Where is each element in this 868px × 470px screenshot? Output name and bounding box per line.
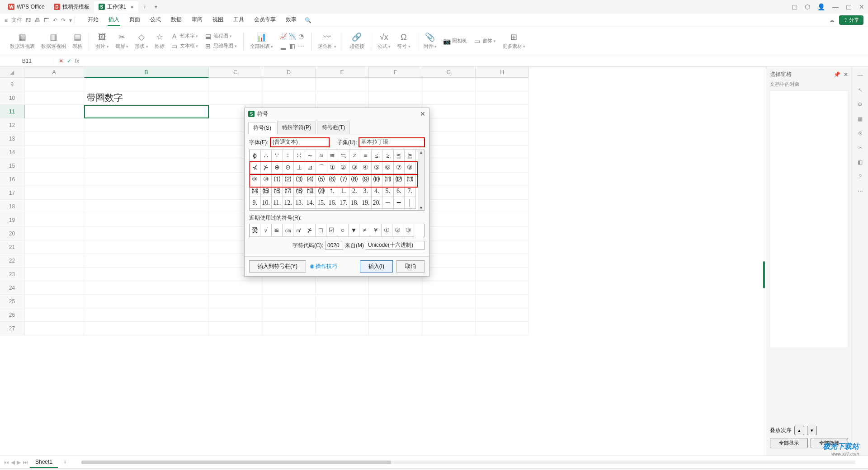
symbol-cell[interactable]: 1. xyxy=(338,185,349,197)
save-icon[interactable]: 🖫 xyxy=(26,17,31,24)
menu-tab-开始[interactable]: 开始 xyxy=(87,14,99,26)
sheet-prev-icon[interactable]: ◀ xyxy=(11,459,15,465)
row-header-27[interactable]: 27 xyxy=(0,322,24,335)
cell-A24[interactable] xyxy=(24,281,84,295)
cell-H11[interactable] xyxy=(476,105,529,118)
recent-symbol-cell[interactable]: ① xyxy=(382,224,392,237)
cell-A16[interactable] xyxy=(24,173,84,186)
redo-icon[interactable]: ↷ xyxy=(61,17,66,24)
equation-button[interactable]: √x公式 xyxy=(376,31,393,51)
cell-C26[interactable] xyxy=(209,308,262,322)
char-code-input[interactable] xyxy=(325,241,343,250)
symbol-cell[interactable]: 20. xyxy=(372,197,383,209)
tool-icon-3[interactable]: ⊗ xyxy=(858,130,863,136)
col-header-C[interactable]: C xyxy=(209,67,262,78)
cell-C10[interactable] xyxy=(209,91,262,105)
cell-H14[interactable] xyxy=(476,146,529,159)
symbol-cell[interactable]: ⊥ xyxy=(294,162,305,174)
cell-C24[interactable] xyxy=(209,281,262,295)
menu-tab-数据[interactable]: 数据 xyxy=(170,14,183,26)
symbol-cell[interactable]: ⒀ xyxy=(405,174,416,185)
cell-H12[interactable] xyxy=(476,118,529,132)
row-header-20[interactable]: 20 xyxy=(0,227,24,240)
cell-B19[interactable] xyxy=(84,213,209,227)
symbol-cell[interactable]: ⑧ xyxy=(405,162,416,174)
cell-H25[interactable] xyxy=(476,295,529,308)
symbol-cell[interactable]: ≥ xyxy=(382,150,394,162)
row-header-24[interactable]: 24 xyxy=(0,281,24,295)
cell-G24[interactable] xyxy=(422,281,476,295)
cell-A22[interactable] xyxy=(24,254,84,268)
cell-B23[interactable] xyxy=(84,268,209,281)
select-icon[interactable]: ↖ xyxy=(858,87,863,93)
pane-close-icon[interactable]: ✕ xyxy=(844,71,848,78)
cell-G15[interactable] xyxy=(422,159,476,173)
symbol-cell[interactable]: ⑻ xyxy=(349,174,361,185)
recent-symbol-cell[interactable]: ㎝ xyxy=(283,224,293,237)
sparkline-button[interactable]: 〰迷你图 xyxy=(316,31,338,51)
cancel-edit-icon[interactable]: ✕ xyxy=(59,58,63,64)
cell-E25[interactable] xyxy=(316,295,369,308)
menu-tab-工具[interactable]: 工具 xyxy=(232,14,245,26)
insert-to-bar-button[interactable]: 插入到符号栏(Y) xyxy=(249,260,306,273)
cell-D27[interactable] xyxy=(262,322,316,335)
cell-H24[interactable] xyxy=(476,281,529,295)
cell-A12[interactable] xyxy=(24,118,84,132)
symbol-cell[interactable]: ⒇ xyxy=(316,185,327,197)
tab-menu[interactable]: ▾ xyxy=(151,4,161,10)
share-button[interactable]: ⇪ 分享 xyxy=(839,15,863,25)
symbol-cell[interactable]: ∶ xyxy=(283,150,294,162)
sheet-next-icon[interactable]: ▶ xyxy=(17,459,21,465)
shapes-button[interactable]: ◇形状 xyxy=(133,31,150,51)
recent-symbol-cell[interactable]: ㎡ xyxy=(293,224,304,237)
recent-symbol-cell[interactable]: □ xyxy=(316,224,326,237)
cell-C9[interactable] xyxy=(209,78,262,91)
confirm-edit-icon[interactable]: ✓ xyxy=(67,58,71,64)
from-combo[interactable]: Unicode(十六进制) xyxy=(366,241,425,250)
row-header-22[interactable]: 22 xyxy=(0,254,24,268)
app-tab-workbook[interactable]: S工作簿1● xyxy=(94,1,138,13)
cell-A10[interactable] xyxy=(24,91,84,105)
cell-B9[interactable] xyxy=(84,78,209,91)
col-header-F[interactable]: F xyxy=(369,67,422,78)
wordart-button[interactable]: A艺术字 xyxy=(169,32,200,41)
menu-tab-插入[interactable]: 插入 xyxy=(108,14,120,26)
menu-tab-效率[interactable]: 效率 xyxy=(285,14,297,26)
symbol-button[interactable]: Ω符号 xyxy=(395,31,412,51)
table-button[interactable]: ▤表格 xyxy=(71,31,84,51)
symbol-cell[interactable]: ≦ xyxy=(394,150,405,162)
row-header-12[interactable]: 12 xyxy=(0,118,24,132)
maximize-button[interactable]: ▢ xyxy=(846,3,852,10)
dialog-tab[interactable]: 符号栏(T) xyxy=(317,122,350,134)
cloud-icon[interactable]: ☁ xyxy=(829,17,835,24)
cell-E24[interactable] xyxy=(316,281,369,295)
cell-A14[interactable] xyxy=(24,146,84,159)
symbol-cell[interactable]: ≧ xyxy=(405,150,416,162)
symbol-cell[interactable]: 11. xyxy=(272,197,283,209)
fx-icon[interactable]: fx xyxy=(75,58,79,64)
tool-icon-1[interactable]: ⚙ xyxy=(858,101,863,108)
horizontal-scrollbar[interactable] xyxy=(72,461,864,464)
col-header-D[interactable]: D xyxy=(262,67,316,78)
cell-G17[interactable] xyxy=(422,186,476,200)
symbol-cell[interactable]: 15. xyxy=(316,197,327,209)
row-header-16[interactable]: 16 xyxy=(0,173,24,186)
recent-symbol-cell[interactable]: ③ xyxy=(403,224,414,237)
tips-link[interactable]: 操作技巧 xyxy=(316,263,337,269)
symbol-cell[interactable]: 19. xyxy=(360,197,372,209)
cell-E9[interactable] xyxy=(316,78,369,91)
symbol-cell[interactable]: ⑷ xyxy=(305,174,316,185)
menu-tab-公式[interactable]: 公式 xyxy=(149,14,162,26)
symbol-cell[interactable]: 6. xyxy=(394,185,405,197)
symbol-cell[interactable]: ⒆ xyxy=(305,185,316,197)
symbol-cell[interactable]: ⑽ xyxy=(372,174,383,185)
symbol-cell[interactable]: ϕ xyxy=(250,150,261,162)
symbol-cell[interactable]: ⑤ xyxy=(372,162,383,174)
cell-B13[interactable] xyxy=(84,132,209,146)
cell-A20[interactable] xyxy=(24,227,84,240)
cell-G26[interactable] xyxy=(422,308,476,322)
app-tab-wps[interactable]: WWPS Office xyxy=(4,2,49,12)
symbol-cell[interactable]: ⑥ xyxy=(382,162,394,174)
cell-C27[interactable] xyxy=(209,322,262,335)
cell-A25[interactable] xyxy=(24,295,84,308)
